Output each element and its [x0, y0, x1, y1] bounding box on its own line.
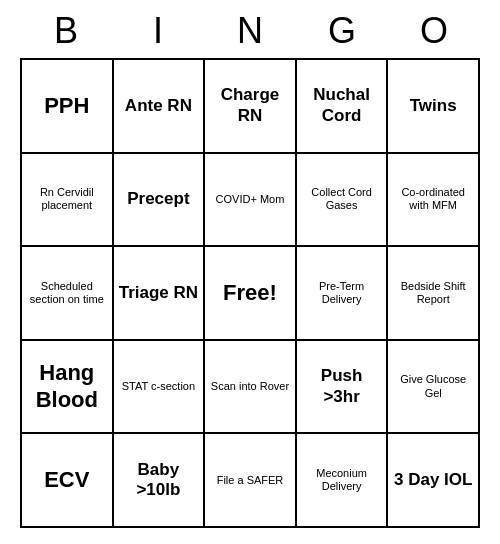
bingo-cell-18: Push >3hr: [297, 341, 389, 435]
bingo-cell-8: Collect Cord Gases: [297, 154, 389, 248]
bingo-cell-7: COVID+ Mom: [205, 154, 297, 248]
bingo-cell-1: Ante RN: [114, 60, 206, 154]
letter-g: G: [312, 10, 372, 52]
bingo-cell-20: ECV: [22, 434, 114, 528]
bingo-cell-6: Precept: [114, 154, 206, 248]
bingo-cell-4: Twins: [388, 60, 480, 154]
bingo-cell-9: Co-ordinated with MFM: [388, 154, 480, 248]
letter-o: O: [404, 10, 464, 52]
bingo-title: B I N G O: [20, 0, 480, 58]
bingo-cell-16: STAT c-section: [114, 341, 206, 435]
bingo-cell-13: Pre-Term Delivery: [297, 247, 389, 341]
bingo-grid: PPHAnte RNCharge RNNuchal CordTwinsRn Ce…: [20, 58, 480, 528]
bingo-cell-17: Scan into Rover: [205, 341, 297, 435]
bingo-cell-3: Nuchal Cord: [297, 60, 389, 154]
bingo-cell-5: Rn Cervidil placement: [22, 154, 114, 248]
letter-i: I: [128, 10, 188, 52]
bingo-cell-11: Triage RN: [114, 247, 206, 341]
letter-b: B: [36, 10, 96, 52]
bingo-cell-24: 3 Day IOL: [388, 434, 480, 528]
bingo-cell-0: PPH: [22, 60, 114, 154]
letter-n: N: [220, 10, 280, 52]
bingo-cell-10: Scheduled section on time: [22, 247, 114, 341]
bingo-cell-19: Give Glucose Gel: [388, 341, 480, 435]
bingo-cell-23: Meconium Delivery: [297, 434, 389, 528]
bingo-cell-12: Free!: [205, 247, 297, 341]
bingo-cell-14: Bedside Shift Report: [388, 247, 480, 341]
bingo-cell-2: Charge RN: [205, 60, 297, 154]
bingo-cell-22: File a SAFER: [205, 434, 297, 528]
bingo-cell-15: Hang Blood: [22, 341, 114, 435]
bingo-cell-21: Baby >10lb: [114, 434, 206, 528]
